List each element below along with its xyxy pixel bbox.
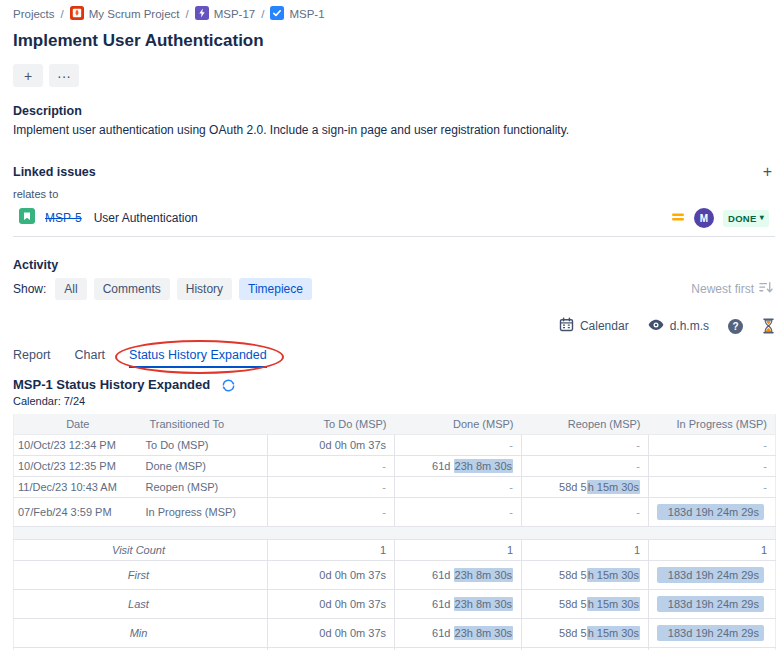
status-label: DONE [728, 213, 757, 224]
breadcrumb-project[interactable]: My Scrum Project [70, 6, 180, 22]
duration-cell: 1 [649, 540, 776, 561]
breadcrumb-separator: / [261, 8, 264, 20]
duration-cell: - [395, 435, 522, 456]
duration-cell: 58d 5h 15m 30s [522, 590, 649, 619]
issue-action-row: + ··· [13, 64, 775, 87]
help-icon[interactable]: ? [728, 319, 743, 334]
breadcrumb-epic-label: MSP-17 [214, 8, 256, 20]
status-history-table: Date Transitioned To To Do (MSP) Done (M… [13, 414, 776, 650]
highlighted-duration: 23h 8m 30s [454, 626, 513, 640]
highlighted-duration: 23h 8m 30s [454, 597, 513, 611]
breadcrumb-separator: / [61, 8, 64, 20]
tab-chart[interactable]: Chart [75, 348, 106, 368]
sort-order-button[interactable]: Newest first [691, 281, 775, 297]
jira-issue-page: Projects / My Scrum Project / MSP-17 / M… [0, 0, 783, 650]
story-icon [19, 208, 35, 228]
activity-heading: Activity [13, 258, 775, 272]
show-label: Show: [13, 282, 46, 296]
linked-issue-summary[interactable]: User Authentication [94, 211, 198, 225]
summary-row: Last0d 0h 0m 37s61d 23h 8m 30s58d 5h 15m… [14, 590, 776, 619]
linked-issue-meta: M DONE ▾ [671, 208, 769, 228]
priority-medium-icon [671, 209, 685, 227]
epic-icon [195, 6, 209, 22]
duration-cell: 1 [268, 540, 395, 561]
duration-cell: - [522, 456, 649, 477]
duration-cell: 61d 23h 8m 30s [395, 619, 522, 648]
linked-issues-heading: Linked issues [13, 165, 96, 179]
highlighted-duration: 23h 8m 30s [454, 459, 513, 473]
more-actions-button[interactable]: ··· [49, 64, 79, 87]
report-heading-row: MSP-1 Status History Expanded [13, 376, 775, 393]
column-header-transitioned-to: Transitioned To [142, 414, 268, 435]
duration-cell: 183d 19h 24m 29s [649, 498, 776, 527]
transitioned-to-cell: To Do (MSP) [142, 435, 268, 456]
duration-cell: 61d 23h 8m 30s [395, 590, 522, 619]
summary-label-cell: First [14, 561, 268, 590]
duration-cell: 1 [522, 540, 649, 561]
refresh-icon[interactable] [221, 378, 236, 393]
breadcrumb: Projects / My Scrum Project / MSP-17 / M… [13, 6, 775, 22]
transitioned-to-cell: Reopen (MSP) [142, 477, 268, 498]
duration-cell: - [649, 477, 776, 498]
summary-label-cell: Min [14, 619, 268, 648]
table-header-row: Date Transitioned To To Do (MSP) Done (M… [14, 414, 776, 435]
chevron-down-icon: ▾ [760, 214, 764, 222]
duration-cell: 58d 5h 15m 30s [522, 619, 649, 648]
date-cell: 10/Oct/23 12:35 PM [14, 456, 142, 477]
transition-row: 10/Oct/23 12:35 PMDone (MSP)-61d 23h 8m … [14, 456, 776, 477]
duration-cell: - [395, 477, 522, 498]
summary-row: Visit Count1111 [14, 540, 776, 561]
add-button[interactable]: + [13, 64, 43, 87]
assignee-avatar[interactable]: M [694, 208, 714, 228]
highlighted-duration: 183d 19h 24m 29s [657, 596, 764, 612]
duration-cell: - [268, 477, 395, 498]
transitioned-to-cell: Done (MSP) [142, 456, 268, 477]
highlighted-duration: 183d 19h 24m 29s [657, 625, 764, 641]
date-cell: 10/Oct/23 12:34 PM [14, 435, 142, 456]
tab-status-history-expanded-label: Status History Expanded [129, 348, 267, 362]
breadcrumb-issue[interactable]: MSP-1 [270, 6, 324, 22]
calendar-button[interactable]: Calendar [559, 317, 629, 335]
highlighted-duration: 23h 8m 30s [454, 568, 513, 582]
column-header-reopen: Reopen (MSP) [522, 414, 649, 435]
highlighted-duration: h 15m 30s [587, 480, 640, 494]
activity-filter-row: Show: All Comments History Timepiece New… [13, 278, 775, 300]
hourglass-icon[interactable] [762, 318, 775, 334]
eye-icon [648, 319, 664, 334]
filter-all[interactable]: All [55, 278, 86, 300]
page-title: Implement User Authentication [13, 30, 775, 52]
duration-format-button[interactable]: d.h.m.s [648, 319, 709, 334]
transition-row: 11/Dec/23 10:43 AMReopen (MSP)--58d 5h 1… [14, 477, 776, 498]
duration-cell: 0d 0h 0m 37s [268, 435, 395, 456]
filter-timepiece[interactable]: Timepiece [239, 278, 312, 300]
status-dropdown[interactable]: DONE ▾ [723, 210, 769, 227]
summary-row: First0d 0h 0m 37s61d 23h 8m 30s58d 5h 15… [14, 561, 776, 590]
column-header-date: Date [14, 414, 142, 435]
filter-comments[interactable]: Comments [94, 278, 170, 300]
highlighted-duration: h 15m 30s [587, 568, 640, 582]
summary-label-cell: Last [14, 590, 268, 619]
duration-cell: - [649, 435, 776, 456]
sort-order-label: Newest first [691, 282, 754, 296]
linked-issue-key[interactable]: MSP-5 [45, 211, 82, 225]
breadcrumb-epic[interactable]: MSP-17 [195, 6, 256, 22]
add-link-icon[interactable]: + [760, 165, 775, 179]
description-heading: Description [13, 104, 775, 118]
summary-label-cell: Visit Count [14, 540, 268, 561]
transition-row: 10/Oct/23 12:34 PMTo Do (MSP)0d 0h 0m 37… [14, 435, 776, 456]
duration-cell: 61d 23h 8m 30s [395, 456, 522, 477]
linked-issues-header: Linked issues + [13, 165, 775, 179]
duration-cell: - [649, 456, 776, 477]
tab-status-history-expanded[interactable]: Status History Expanded [129, 348, 267, 368]
duration-cell: 183d 19h 24m 29s [649, 590, 776, 619]
transition-row: 07/Feb/24 3:59 PMIn Progress (MSP)---183… [14, 498, 776, 527]
column-header-in-progress: In Progress (MSP) [649, 414, 776, 435]
calendar-note: Calendar: 7/24 [13, 395, 775, 407]
separator-cell [14, 527, 776, 540]
description-body: Implement user authentication using OAut… [13, 123, 775, 137]
duration-cell: - [268, 456, 395, 477]
breadcrumb-projects[interactable]: Projects [13, 8, 55, 20]
link-relation-label: relates to [13, 188, 775, 200]
tab-report[interactable]: Report [13, 348, 51, 368]
filter-history[interactable]: History [177, 278, 232, 300]
